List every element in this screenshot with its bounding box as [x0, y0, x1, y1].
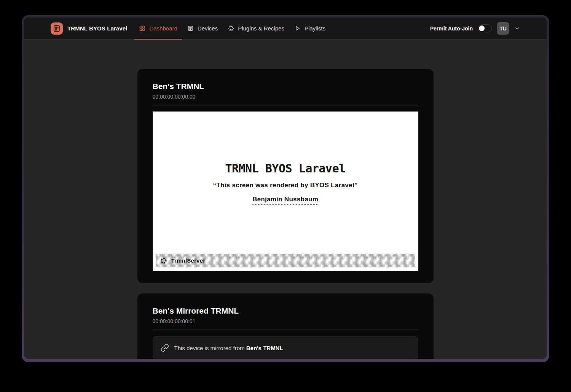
mirror-note-prefix: This device is mirrored from	[174, 345, 246, 351]
dashboard-main: Ben's TRMNL 00:00:00:00:00:00 TRMNL BYOS…	[24, 40, 547, 359]
screen-heading: TRMNL BYOS Laravel	[225, 162, 345, 175]
device-screen-preview: TRMNL BYOS Laravel “This screen was rend…	[153, 112, 418, 271]
divider	[153, 330, 418, 330]
chevron-down-icon[interactable]	[514, 25, 520, 31]
nav-item-devices[interactable]: Devices	[182, 18, 223, 39]
app-window: TRMNL BYOS Laravel Dashboard	[22, 15, 549, 362]
divider	[153, 105, 418, 105]
brand[interactable]: TRMNL BYOS Laravel	[51, 18, 127, 39]
trmnl-logo-icon	[51, 22, 63, 35]
device-card-bens-mirrored-trmnl: Ben's Mirrored TRMNL 00:00:00:00:00:01 T…	[137, 293, 434, 359]
navbar-right: Permit Auto-Join TU	[430, 18, 520, 39]
nav-item-dashboard[interactable]: Dashboard	[134, 18, 182, 39]
top-navbar: TRMNL BYOS Laravel Dashboard	[24, 18, 547, 40]
nav-item-plugins-recipes[interactable]: Plugins & Recipes	[223, 18, 289, 39]
link-icon	[161, 344, 169, 352]
nav-item-label: Playlists	[305, 25, 325, 32]
nav-item-label: Dashboard	[149, 25, 177, 32]
device-mac-address: 00:00:00:00:00:00	[153, 94, 418, 100]
nav-item-label: Devices	[198, 25, 218, 32]
device-name: Ben's TRMNL	[153, 82, 418, 91]
grid-icon	[139, 25, 145, 32]
permit-auto-join-label: Permit Auto-Join	[430, 25, 473, 32]
mirror-info-box: This device is mirrored from Ben's TRMNL	[153, 336, 418, 359]
toggle-knob	[479, 25, 485, 31]
screen-quote: “This screen was rendered by BYOS Larave…	[213, 182, 357, 189]
window-content: TRMNL BYOS Laravel Dashboard	[24, 18, 547, 359]
screen-badge-label: TrmnlServer	[171, 257, 206, 264]
mirror-note: This device is mirrored from Ben's TRMNL	[174, 345, 283, 351]
mirror-source-device: Ben's TRMNL	[246, 345, 283, 351]
device-mac-address: 00:00:00:00:00:01	[153, 318, 418, 324]
permit-auto-join-toggle[interactable]	[478, 24, 492, 32]
device-card-bens-trmnl: Ben's TRMNL 00:00:00:00:00:00 TRMNL BYOS…	[137, 69, 434, 283]
play-icon	[294, 25, 301, 32]
nav-item-label: Plugins & Recipes	[238, 25, 284, 32]
user-avatar[interactable]: TU	[497, 22, 509, 35]
device-list-icon	[187, 25, 194, 32]
puzzle-icon	[228, 25, 234, 32]
nav-item-playlists[interactable]: Playlists	[289, 18, 330, 39]
nav-items: Dashboard Devices	[134, 18, 330, 39]
brand-title: TRMNL BYOS Laravel	[67, 25, 127, 32]
screen-title-bar: TrmnlServer	[156, 254, 415, 267]
spinner-icon	[160, 257, 167, 265]
device-name: Ben's Mirrored TRMNL	[153, 306, 418, 316]
screen-author: Benjamin Nussbaum	[252, 196, 318, 205]
